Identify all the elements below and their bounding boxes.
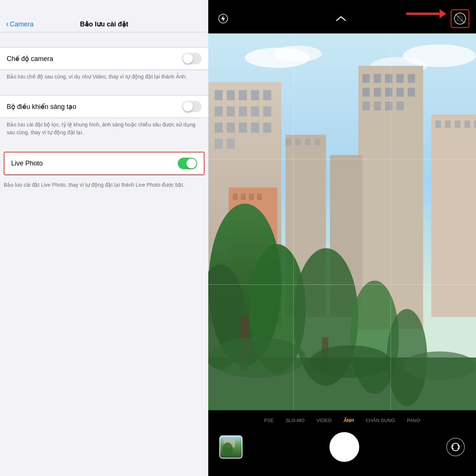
svg-point-7 xyxy=(273,46,322,62)
camera-mode-block: Chế độ camera xyxy=(0,47,208,70)
mode-chan-dung[interactable]: CHÂN DUNG xyxy=(360,418,401,423)
mode-anh[interactable]: ẢNH xyxy=(338,418,360,423)
svg-rect-26 xyxy=(215,139,223,149)
camera-mode-row[interactable]: Chế độ camera xyxy=(0,48,208,70)
svg-rect-29 xyxy=(362,74,370,83)
svg-rect-47 xyxy=(464,120,470,128)
svg-rect-23 xyxy=(239,123,247,133)
live-photo-section: Live Photo Bảo lưu cài đặt Live Photo, t… xyxy=(4,146,205,194)
svg-rect-15 xyxy=(263,90,271,100)
svg-rect-16 xyxy=(215,106,223,116)
mode-video[interactable]: VIDEO xyxy=(311,418,337,423)
back-label: Camera xyxy=(10,20,33,28)
mode-pse[interactable]: PSE xyxy=(258,418,280,423)
live-photo-camera-button[interactable] xyxy=(451,9,469,28)
svg-rect-13 xyxy=(239,90,247,100)
page-title: Bảo lưu cài đặt xyxy=(80,20,128,28)
back-chevron-icon: ‹ xyxy=(6,19,9,29)
camera-mode-section: Chế độ camera Bảo lưu chế độ sau cùng, v… xyxy=(0,40,208,86)
svg-rect-39 xyxy=(362,102,370,110)
creative-control-toggle[interactable] xyxy=(182,101,202,112)
flash-icon xyxy=(218,14,228,23)
svg-rect-59 xyxy=(257,193,262,200)
arrow-line xyxy=(406,13,440,15)
settings-panel: ‹ Camera Bảo lưu cài đặt Chế độ camera B… xyxy=(0,0,208,476)
shutter-button[interactable] xyxy=(329,432,359,462)
annotation-arrow xyxy=(406,9,446,18)
creative-control-desc: Bảo lưu cài đặt bộ lọc, tỷ lệ khung hình… xyxy=(0,118,208,142)
flash-button[interactable] xyxy=(215,10,231,27)
svg-rect-22 xyxy=(227,123,235,133)
svg-rect-54 xyxy=(315,139,320,145)
svg-rect-21 xyxy=(215,123,223,133)
svg-rect-34 xyxy=(362,88,370,97)
back-button[interactable]: ‹ Camera xyxy=(6,19,33,29)
svg-rect-12 xyxy=(227,90,235,100)
svg-rect-24 xyxy=(251,123,259,133)
svg-point-9 xyxy=(403,44,476,67)
camera-mode-desc: Bảo lưu chế độ sau cùng, ví dụ như Video… xyxy=(0,70,208,86)
camera-panel: PSE SLO-MO VIDEO ẢNH CHÂN DUNG PANO xyxy=(208,0,476,476)
live-photo-camera-icon xyxy=(454,12,466,25)
svg-rect-14 xyxy=(251,90,259,100)
svg-rect-44 xyxy=(435,120,441,128)
photo-thumbnail[interactable] xyxy=(219,435,242,459)
svg-rect-58 xyxy=(249,193,254,200)
camera-bottom-bar: PSE SLO-MO VIDEO ẢNH CHÂN DUNG PANO xyxy=(208,410,476,476)
svg-rect-52 xyxy=(295,139,301,145)
svg-rect-45 xyxy=(445,120,451,128)
chevron-up-icon xyxy=(336,15,346,22)
svg-rect-30 xyxy=(374,74,381,83)
svg-rect-33 xyxy=(408,74,415,83)
svg-line-4 xyxy=(456,14,464,23)
camera-controls-row xyxy=(208,428,476,473)
live-photo-toggle[interactable] xyxy=(178,158,197,169)
creative-control-row[interactable]: Bộ điều khiển sáng tạo xyxy=(0,96,208,118)
creative-control-toggle-knob xyxy=(183,102,193,112)
camera-mode-selector: PSE SLO-MO VIDEO ẢNH CHÂN DUNG PANO xyxy=(208,415,476,428)
mode-pano[interactable]: PANO xyxy=(401,418,426,423)
svg-rect-51 xyxy=(286,139,291,145)
shutter-inner xyxy=(332,434,357,460)
live-photo-highlighted-block: Live Photo xyxy=(4,152,205,175)
svg-rect-40 xyxy=(374,102,381,110)
live-photo-desc: Bảo lưu cài đặt Live Photo, thay vì tự đ… xyxy=(4,178,205,194)
camera-mode-toggle[interactable] xyxy=(182,53,202,64)
camera-mode-toggle-knob xyxy=(183,54,193,64)
svg-rect-20 xyxy=(263,106,271,116)
svg-rect-48 xyxy=(474,120,476,128)
camera-viewfinder xyxy=(208,33,476,410)
city-scene-svg xyxy=(208,33,476,410)
svg-rect-17 xyxy=(227,106,235,116)
chevron-up-button[interactable] xyxy=(333,10,349,27)
creative-control-label: Bộ điều khiển sáng tạo xyxy=(7,103,76,111)
camera-mode-label: Chế độ camera xyxy=(7,55,53,63)
svg-rect-27 xyxy=(227,139,235,149)
svg-rect-43 xyxy=(431,115,476,317)
svg-point-71 xyxy=(403,351,476,380)
live-photo-row[interactable]: Live Photo xyxy=(4,152,204,174)
live-photo-toggle-knob xyxy=(186,158,196,168)
flip-camera-icon xyxy=(450,442,461,452)
svg-rect-35 xyxy=(374,88,381,97)
flip-camera-button[interactable] xyxy=(446,438,465,456)
svg-rect-56 xyxy=(233,193,238,200)
creative-control-section: Bộ điều khiển sáng tạo Bảo lưu cài đặt b… xyxy=(0,88,208,142)
svg-rect-32 xyxy=(396,74,404,83)
svg-rect-19 xyxy=(251,106,259,116)
svg-rect-46 xyxy=(455,120,460,128)
nav-header: ‹ Camera Bảo lưu cài đặt xyxy=(0,0,208,32)
mode-slo-mo[interactable]: SLO-MO xyxy=(280,418,311,423)
svg-point-70 xyxy=(310,345,391,378)
thumbnail-preview xyxy=(220,436,242,459)
svg-rect-57 xyxy=(241,193,246,200)
svg-marker-1 xyxy=(221,15,225,22)
svg-rect-18 xyxy=(239,106,247,116)
svg-point-78 xyxy=(222,443,233,456)
svg-rect-41 xyxy=(385,102,392,110)
svg-rect-31 xyxy=(385,74,392,83)
svg-rect-25 xyxy=(263,123,271,133)
svg-rect-42 xyxy=(396,102,404,110)
svg-rect-37 xyxy=(396,88,404,97)
svg-rect-36 xyxy=(385,88,392,97)
